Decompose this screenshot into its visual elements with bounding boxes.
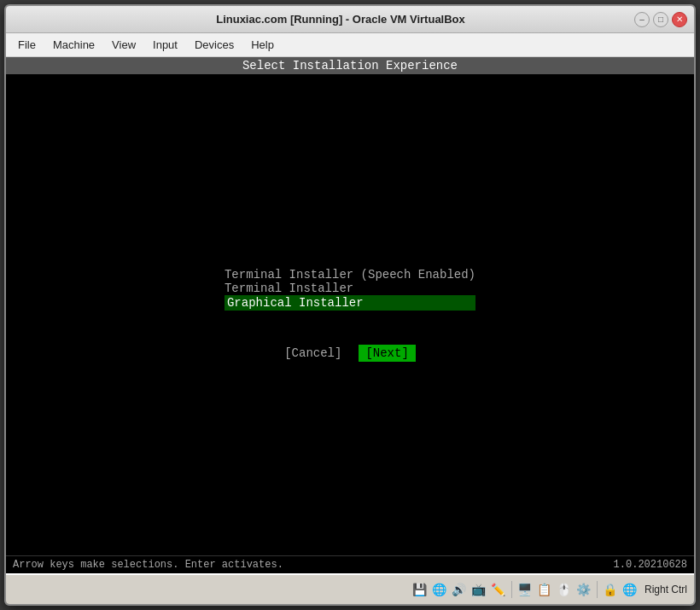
status-right-text: 1.0.20210628 bbox=[614, 559, 687, 571]
menu-devices[interactable]: Devices bbox=[186, 35, 242, 55]
option-terminal[interactable]: Terminal Installer bbox=[225, 282, 475, 295]
close-button[interactable]: ✕ bbox=[672, 12, 687, 27]
menu-input[interactable]: Input bbox=[144, 35, 186, 55]
vm-screen: Select Installation Experience Terminal … bbox=[6, 57, 694, 573]
taskbar-icon-2[interactable]: 🌐 bbox=[431, 581, 448, 598]
taskbar-sep-1 bbox=[511, 581, 512, 598]
taskbar-icon-4[interactable]: 📺 bbox=[470, 581, 487, 598]
menu-bar: File Machine View Input Devices Help bbox=[6, 33, 694, 57]
menu-machine[interactable]: Machine bbox=[44, 35, 103, 55]
taskbar-icon-5[interactable]: ✏️ bbox=[490, 581, 507, 598]
virtualbox-window: Linuxiac.com [Running] - Oracle VM Virtu… bbox=[4, 4, 696, 606]
vm-screen-header: Select Installation Experience bbox=[6, 57, 694, 74]
taskbar-sep-2 bbox=[597, 581, 598, 598]
right-ctrl-label: Right Ctrl bbox=[645, 584, 687, 595]
taskbar-icon-9[interactable]: ⚙️ bbox=[575, 581, 592, 598]
title-bar-controls: – □ ✕ bbox=[634, 12, 687, 27]
taskbar-icon-10[interactable]: 🔒 bbox=[602, 581, 619, 598]
option-graphical[interactable]: Graphical Installer bbox=[225, 295, 475, 311]
vm-status-bar: Arrow keys make selections. Enter activa… bbox=[6, 555, 694, 573]
menu-view[interactable]: View bbox=[103, 35, 144, 55]
installer-options-list: Terminal Installer (Speech Enabled) Term… bbox=[225, 268, 475, 311]
taskbar-icon-8[interactable]: 🖱️ bbox=[556, 581, 573, 598]
minimize-button[interactable]: – bbox=[634, 12, 650, 27]
menu-file[interactable]: File bbox=[9, 35, 44, 55]
cancel-button[interactable]: [Cancel] bbox=[284, 346, 341, 360]
installer-buttons: [Cancel] [Next] bbox=[284, 345, 416, 362]
title-bar: Linuxiac.com [Running] - Oracle VM Virtu… bbox=[6, 6, 694, 33]
maximize-button[interactable]: □ bbox=[653, 12, 668, 27]
taskbar-icon-6[interactable]: 🖥️ bbox=[516, 581, 534, 598]
option-terminal-speech[interactable]: Terminal Installer (Speech Enabled) bbox=[225, 268, 475, 282]
taskbar: 💾 🌐 🔊 📺 ✏️ 🖥️ 📋 🖱️ ⚙️ 🔒 🌐 Right Ctrl bbox=[6, 573, 694, 604]
next-button[interactable]: [Next] bbox=[359, 345, 415, 362]
status-left-text: Arrow keys make selections. Enter activa… bbox=[13, 559, 283, 571]
taskbar-icon-3[interactable]: 🔊 bbox=[451, 581, 468, 598]
menu-help[interactable]: Help bbox=[242, 35, 283, 55]
window-title: Linuxiac.com [Running] - Oracle VM Virtu… bbox=[47, 13, 634, 26]
taskbar-icon-1[interactable]: 💾 bbox=[411, 581, 429, 598]
vm-content-area: Terminal Installer (Speech Enabled) Term… bbox=[6, 74, 694, 555]
taskbar-icon-7[interactable]: 📋 bbox=[536, 581, 553, 598]
taskbar-icon-11[interactable]: 🌐 bbox=[621, 581, 639, 598]
